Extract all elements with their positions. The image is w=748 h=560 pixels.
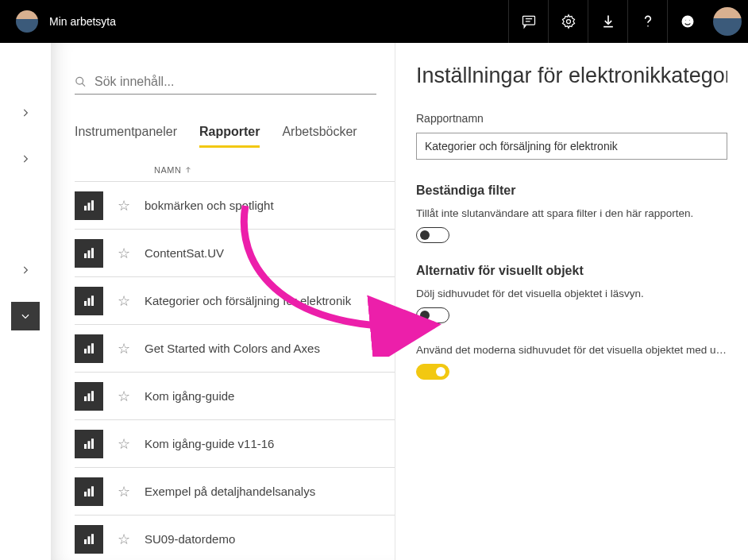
report-name: ContentSat.UV	[145, 246, 224, 260]
svg-rect-11	[84, 206, 87, 210]
report-name: SU09-datordemo	[145, 532, 235, 546]
svg-rect-0	[522, 16, 534, 25]
table-row[interactable]: ☆ Kom igång-guide	[75, 372, 395, 419]
navrail	[0, 43, 51, 560]
report-icon	[75, 334, 103, 363]
avatar[interactable]	[16, 10, 38, 33]
favorite-star-icon[interactable]: ☆	[118, 292, 130, 310]
svg-rect-17	[84, 301, 87, 306]
svg-rect-30	[88, 489, 91, 496]
report-icon	[75, 430, 103, 458]
report-name: Kategorier och försäljning för elektroni…	[145, 294, 351, 307]
help-icon[interactable]	[627, 0, 667, 43]
navrail-item-3[interactable]	[11, 256, 40, 284]
svg-rect-34	[91, 534, 94, 544]
report-icon	[75, 477, 103, 506]
report-icon	[75, 382, 103, 411]
svg-rect-25	[91, 391, 94, 401]
svg-rect-31	[91, 486, 94, 496]
navrail-item-1[interactable]	[11, 98, 40, 127]
svg-rect-15	[88, 250, 91, 258]
svg-rect-32	[84, 539, 87, 544]
svg-rect-23	[84, 396, 87, 401]
report-name: Kom igång-guide v11-16	[145, 437, 274, 450]
svg-rect-14	[84, 253, 87, 258]
table-row[interactable]: ☆ bokmärken och spotlight	[75, 181, 395, 229]
svg-rect-33	[88, 536, 91, 544]
tab-dashboards[interactable]: Instrumentpaneler	[75, 125, 177, 148]
feedback-icon[interactable]	[508, 0, 548, 43]
tab-reports[interactable]: Rapporter	[199, 125, 260, 148]
topbar: Min arbetsyta	[0, 0, 748, 43]
column-header[interactable]: NAMN	[154, 165, 395, 175]
visual-modern-toggle[interactable]	[416, 364, 449, 380]
svg-rect-27	[88, 441, 91, 449]
favorite-star-icon[interactable]: ☆	[118, 245, 130, 262]
table-row[interactable]: ☆ Kategorier och försäljning för elektro…	[75, 276, 395, 324]
persistent-filters-toggle[interactable]	[416, 227, 449, 243]
favorite-star-icon[interactable]: ☆	[118, 483, 130, 500]
settings-panel: Inställningar för elektronikkategorier R…	[395, 43, 748, 560]
favorite-star-icon[interactable]: ☆	[118, 340, 130, 357]
report-name-label: Rapportnamn	[416, 112, 727, 125]
navrail-item-expanded[interactable]	[11, 302, 40, 330]
sort-asc-icon	[184, 166, 192, 174]
visual-modern-desc: Använd det moderna sidhuvudet för det vi…	[416, 344, 727, 356]
svg-point-9	[76, 77, 83, 84]
visual-hide-toggle[interactable]	[416, 307, 449, 323]
main-content: Instrumentpaneler Rapporter Arbetsböcker…	[51, 43, 395, 560]
report-list: ☆ bokmärken och spotlight ☆ ContentSat.U…	[75, 181, 395, 560]
smiley-icon[interactable]	[667, 0, 707, 43]
gear-icon[interactable]	[548, 0, 588, 43]
favorite-star-icon[interactable]: ☆	[118, 197, 130, 214]
search-row	[75, 75, 376, 95]
navrail-item-2[interactable]	[11, 145, 40, 173]
table-row[interactable]: ☆ SU09-datordemo	[75, 515, 395, 560]
report-icon	[75, 191, 103, 220]
column-header-label: NAMN	[154, 165, 181, 175]
tab-workbooks[interactable]: Arbetsböcker	[282, 125, 357, 148]
svg-rect-22	[91, 343, 94, 353]
favorite-star-icon[interactable]: ☆	[118, 531, 130, 548]
user-avatar[interactable]	[713, 7, 742, 36]
visual-options-title: Alternativ för visuellt objekt	[416, 264, 727, 278]
table-row[interactable]: ☆ ContentSat.UV	[75, 229, 395, 276]
svg-rect-12	[88, 203, 91, 210]
report-name: Get Started with Colors and Axes	[145, 342, 320, 355]
favorite-star-icon[interactable]: ☆	[118, 388, 130, 405]
svg-rect-24	[88, 393, 91, 401]
favorite-star-icon[interactable]: ☆	[118, 435, 130, 453]
svg-point-5	[647, 25, 649, 27]
report-name-input[interactable]	[416, 133, 727, 160]
svg-point-6	[681, 16, 693, 28]
visual-hide-desc: Dölj sidhuvudet för det visuella objekte…	[416, 288, 727, 299]
report-icon	[75, 239, 103, 268]
svg-point-8	[688, 19, 690, 21]
svg-rect-16	[91, 248, 94, 258]
search-input[interactable]	[94, 75, 376, 89]
download-icon[interactable]	[588, 0, 627, 43]
search-icon	[75, 75, 87, 88]
report-icon	[75, 525, 103, 554]
table-row[interactable]: ☆ Kom igång-guide v11-16	[75, 419, 395, 467]
svg-line-10	[82, 83, 85, 87]
report-name: Exempel på detaljhandelsanalys	[145, 485, 315, 498]
svg-rect-26	[84, 444, 87, 449]
svg-point-7	[684, 19, 686, 21]
svg-rect-28	[91, 438, 94, 449]
report-icon	[75, 287, 103, 315]
svg-rect-18	[88, 298, 91, 306]
svg-rect-20	[84, 349, 87, 353]
svg-point-3	[566, 20, 570, 24]
persistent-filters-desc: Tillåt inte slutanvändare att spara filt…	[416, 207, 727, 219]
persistent-filters-title: Beständiga filter	[416, 183, 727, 198]
svg-rect-13	[91, 200, 94, 210]
table-row[interactable]: ☆ Get Started with Colors and Axes	[75, 324, 395, 372]
tabs: Instrumentpaneler Rapporter Arbetsböcker	[75, 125, 395, 148]
workspace-title: Min arbetsyta	[49, 15, 116, 28]
svg-rect-21	[88, 346, 91, 353]
report-name: bokmärken och spotlight	[145, 199, 274, 212]
table-row[interactable]: ☆ Exempel på detaljhandelsanalys	[75, 467, 395, 515]
panel-title: Inställningar för elektronikkategorier	[416, 64, 727, 88]
svg-rect-29	[84, 492, 87, 496]
